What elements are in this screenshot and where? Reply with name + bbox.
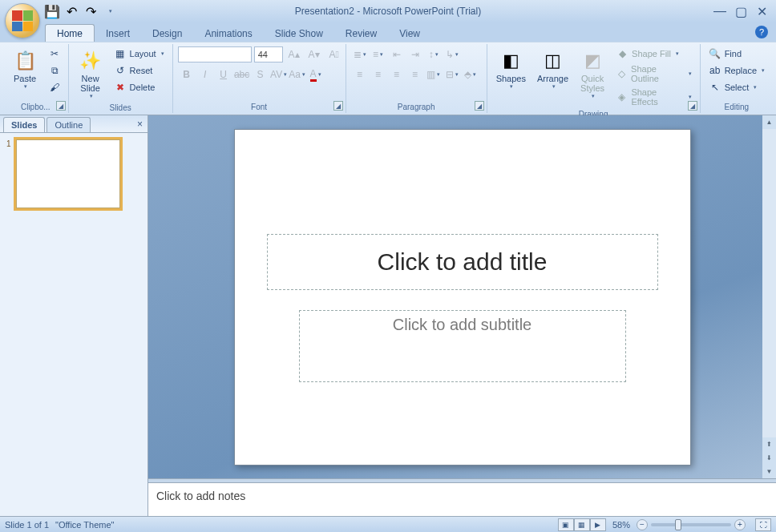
group-label-editing: Editing	[705, 101, 768, 113]
minimize-button[interactable]: —	[713, 5, 726, 18]
scroll-up-button[interactable]: ▲	[762, 115, 776, 129]
office-logo-icon	[12, 10, 33, 31]
quick-styles-icon: ◩	[580, 48, 605, 74]
shape-fill-button[interactable]: ◆Shape Fill	[612, 46, 695, 62]
undo-icon[interactable]: ↶	[64, 4, 79, 18]
increase-indent-button[interactable]: ⇥	[406, 46, 424, 63]
italic-button[interactable]: I	[196, 66, 214, 83]
qat-customize-icon[interactable]	[103, 4, 117, 18]
select-button[interactable]: ↖Select	[705, 79, 768, 95]
font-color-button[interactable]: A	[307, 66, 325, 83]
layout-button[interactable]: ▦Layout	[111, 46, 168, 62]
columns-button[interactable]: ▥	[425, 66, 443, 83]
next-slide-button[interactable]: ⬇	[762, 451, 776, 465]
reset-icon: ↺	[114, 64, 127, 77]
pane-tab-slides[interactable]: Slides	[3, 117, 45, 132]
justify-button[interactable]: ≡	[406, 66, 424, 83]
vertical-scrollbar[interactable]: ▲ ⬆ ⬇ ▼	[762, 115, 776, 478]
help-icon[interactable]: ?	[755, 26, 768, 38]
font-family-combo[interactable]	[178, 46, 252, 62]
scroll-down-button[interactable]: ▼	[762, 465, 776, 478]
tab-insert[interactable]: Insert	[95, 25, 141, 42]
normal-view-button[interactable]: ▣	[558, 518, 574, 531]
thumbnail-preview[interactable]	[16, 139, 120, 208]
redo-icon[interactable]: ↷	[83, 4, 98, 18]
tab-view[interactable]: View	[388, 25, 431, 42]
shape-outline-button[interactable]: ◇Shape Outline	[612, 62, 695, 85]
zoom-thumb[interactable]	[675, 519, 681, 530]
paste-button[interactable]: 📋 Paste	[8, 46, 42, 92]
notes-pane[interactable]: Click to add notes	[148, 482, 776, 516]
clear-formatting-button[interactable]: A⃠	[325, 46, 343, 63]
title-placeholder[interactable]: Click to add title	[267, 234, 658, 290]
thumbnail-item[interactable]: 1	[6, 139, 141, 208]
shapes-button[interactable]: ◧Shapes	[492, 46, 530, 92]
grow-font-button[interactable]: A▴	[285, 46, 303, 63]
zoom-slider[interactable]	[651, 523, 731, 526]
group-label-paragraph: Paragraph	[351, 101, 482, 113]
slideshow-view-button[interactable]: ▶	[590, 518, 606, 531]
shadow-button[interactable]: S	[252, 66, 269, 83]
subtitle-placeholder[interactable]: Click to add subtitle	[299, 310, 626, 382]
cut-button[interactable]: ✂	[45, 46, 64, 62]
reset-button[interactable]: ↺Reset	[111, 62, 168, 79]
bold-button[interactable]: B	[178, 66, 196, 83]
align-text-button[interactable]: ⊟	[443, 66, 461, 83]
scroll-track[interactable]	[762, 129, 776, 437]
office-button[interactable]	[5, 3, 40, 38]
prev-slide-button[interactable]: ⬆	[762, 437, 776, 451]
align-right-button[interactable]: ≡	[388, 66, 406, 83]
tab-slide-show[interactable]: Slide Show	[264, 25, 334, 42]
shape-effects-button[interactable]: ◈Shape Effects	[612, 86, 695, 108]
find-button[interactable]: 🔍Find	[705, 46, 768, 62]
clipboard-dialog-launcher[interactable]: ◢	[56, 101, 66, 111]
strikethrough-button[interactable]: abc	[233, 66, 251, 83]
replace-button[interactable]: abReplace	[705, 62, 768, 79]
bullets-button[interactable]: ≣	[351, 46, 369, 63]
sorter-view-button[interactable]: ▦	[574, 518, 590, 531]
format-painter-button[interactable]: 🖌	[45, 79, 64, 95]
slide-viewport[interactable]: Click to add title Click to add subtitle	[148, 115, 776, 478]
new-slide-icon: ✨	[78, 48, 103, 74]
pane-tab-outline[interactable]: Outline	[46, 117, 91, 132]
slide-canvas[interactable]: Click to add title Click to add subtitle	[234, 129, 691, 466]
font-size-combo[interactable]: 44	[254, 46, 283, 62]
close-button[interactable]: ✕	[755, 5, 768, 18]
underline-button[interactable]: U	[215, 66, 232, 83]
tab-animations[interactable]: Animations	[193, 25, 263, 42]
char-spacing-button[interactable]: AV	[270, 66, 288, 83]
delete-button[interactable]: ✖Delete	[111, 79, 168, 95]
text-direction-button[interactable]: ↳	[443, 46, 461, 63]
thumbnail-number: 1	[6, 139, 13, 148]
numbering-button[interactable]: ≡	[370, 46, 387, 63]
smartart-convert-button[interactable]: ⬘	[462, 66, 479, 83]
decrease-indent-button[interactable]: ⇤	[388, 46, 406, 63]
arrange-button[interactable]: ◫Arrange	[533, 46, 572, 92]
paragraph-dialog-launcher[interactable]: ◢	[475, 101, 484, 111]
quick-styles-button[interactable]: ◩Quick Styles	[576, 46, 609, 102]
group-paragraph: ≣ ≡ ⇤ ⇥ ↕ ↳ ≡ ≡ ≡ ≡ ▥ ⊟ ⬘ Paragraph ◢	[346, 44, 487, 113]
copy-button[interactable]: ⧉	[45, 62, 64, 79]
restore-button[interactable]: ▢	[734, 5, 747, 18]
drawing-dialog-launcher[interactable]: ◢	[688, 101, 697, 111]
new-slide-button[interactable]: ✨ New Slide	[74, 46, 107, 102]
zoom-out-button[interactable]: −	[637, 519, 648, 530]
shape-fill-icon: ◆	[616, 47, 628, 60]
paste-icon: 📋	[12, 48, 38, 74]
zoom-percent: 58%	[612, 520, 630, 530]
pane-close-button[interactable]: ×	[137, 119, 143, 130]
font-dialog-launcher[interactable]: ◢	[333, 101, 343, 111]
align-left-button[interactable]: ≡	[351, 66, 369, 83]
tab-review[interactable]: Review	[334, 25, 388, 42]
save-icon[interactable]: 💾	[45, 4, 59, 18]
fit-to-window-button[interactable]: ⛶	[755, 518, 771, 531]
group-drawing: ◧Shapes ◫Arrange ◩Quick Styles ◆Shape Fi…	[487, 44, 701, 113]
line-spacing-button[interactable]: ↕	[425, 46, 443, 63]
align-center-button[interactable]: ≡	[370, 66, 387, 83]
shrink-font-button[interactable]: A▾	[305, 46, 323, 63]
change-case-button[interactable]: Aa	[289, 66, 306, 83]
tab-home[interactable]: Home	[45, 24, 95, 42]
slides-pane: Slides Outline × 1	[0, 115, 148, 516]
tab-design[interactable]: Design	[141, 25, 193, 42]
zoom-in-button[interactable]: +	[734, 519, 746, 530]
